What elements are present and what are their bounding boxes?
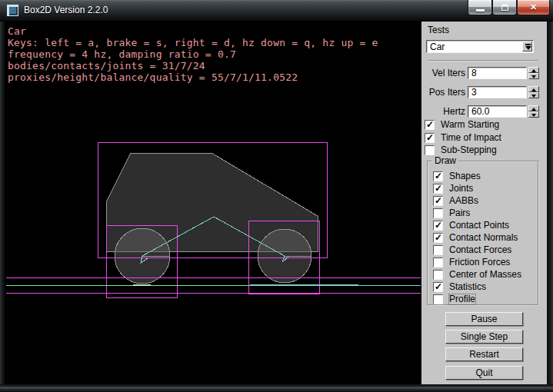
minimize-button[interactable]	[468, 0, 492, 15]
spinner-down-icon[interactable]	[528, 111, 539, 118]
stats-line: Car	[8, 25, 378, 37]
checkbox-contact-points[interactable]: ✓	[433, 221, 443, 231]
hertz-spinner[interactable]	[528, 105, 539, 118]
app-icon	[7, 5, 18, 16]
vel-iters-spinner[interactable]	[528, 67, 539, 79]
checkbox-time-of-impact-label: Time of Impact	[441, 133, 501, 143]
pos-iters-spinner[interactable]	[528, 86, 539, 98]
vel-iters-label: Vel Iters	[421, 68, 465, 78]
simulation-canvas[interactable]: CarKeys: left = a, brake = s, right = d,…	[5, 22, 421, 384]
checkbox-time-of-impact[interactable]: ✓	[425, 133, 435, 143]
checkbox-contact-forces-label: Contact Forces	[449, 245, 511, 255]
checkbox-contact-points-label: Contact Points	[449, 221, 509, 231]
checkbox-friction-forces-label: Friction Forces	[449, 257, 510, 267]
draw-group-title: Draw	[432, 156, 458, 166]
checkbox-joints-label: Joints	[449, 184, 473, 194]
checkbox-pairs[interactable]	[433, 208, 443, 218]
app-window: Box2D Version 2.2.0 ✕	[0, 0, 553, 392]
checkbox-contact-forces[interactable]	[433, 245, 443, 255]
checkbox-warm-starting[interactable]: ✓	[425, 120, 435, 130]
stats-line: bodies/contacts/joints = 31/7/24	[8, 60, 378, 71]
hertz-label: Hertz	[421, 107, 465, 117]
spinner-down-icon[interactable]	[528, 92, 539, 98]
stats-line: proxies/height/balance/quality = 55/7/1/…	[8, 71, 378, 83]
separator	[428, 60, 538, 61]
chevron-down-icon	[525, 44, 531, 45]
checkbox-statistics[interactable]: ✓	[433, 282, 443, 292]
checkbox-aabbs[interactable]: ✓	[433, 196, 443, 206]
checkbox-shapes-label: Shapes	[449, 171, 481, 181]
window-title: Box2D Version 2.2.0	[24, 5, 108, 15]
checkbox-shapes[interactable]: ✓	[433, 171, 443, 181]
pos-iters-field[interactable]: 3	[468, 86, 527, 98]
control-panel: Tests Car Vel Iters 8 Pos Iters 3 Hertz …	[421, 22, 547, 384]
stats-line: Keys: left = a, brake = s, right = d, hz…	[8, 37, 378, 48]
spinner-up-icon[interactable]	[528, 67, 539, 73]
hertz-field[interactable]: 60.0	[468, 105, 527, 118]
checkbox-profile[interactable]	[433, 294, 443, 304]
tests-dropdown-button[interactable]	[522, 42, 532, 51]
single-step-button[interactable]: Single Step	[445, 330, 523, 344]
maximize-icon	[501, 5, 508, 11]
vel-iters-field[interactable]: 8	[468, 67, 527, 79]
title-bar[interactable]: Box2D Version 2.2.0 ✕	[0, 0, 553, 22]
quit-button[interactable]: Quit	[445, 366, 523, 380]
pos-iters-label: Pos Iters	[421, 88, 465, 98]
stats-line: frequency = 4 hz, damping ratio = 0.7	[8, 48, 378, 60]
pause-button[interactable]: Pause	[445, 312, 523, 326]
checkbox-warm-starting-label: Warm Starting	[441, 120, 499, 130]
spinner-up-icon[interactable]	[528, 86, 539, 92]
checkbox-aabbs-label: AABBs	[449, 196, 478, 206]
maximize-button[interactable]	[492, 0, 517, 15]
checkbox-center-of-masses[interactable]	[433, 270, 443, 280]
minimize-icon	[476, 9, 485, 12]
checkbox-pairs-label: Pairs	[449, 208, 470, 218]
checkbox-sub-stepping-label: Sub-Stepping	[441, 145, 497, 155]
stats-text: CarKeys: left = a, brake = s, right = d,…	[8, 25, 378, 83]
checkbox-sub-stepping[interactable]	[425, 145, 435, 155]
checkbox-statistics-label: Statistics	[449, 282, 486, 292]
tests-dropdown[interactable]: Car	[426, 40, 534, 53]
window-border-right	[547, 22, 553, 384]
tests-label: Tests	[428, 25, 449, 35]
close-button[interactable]: ✕	[517, 0, 550, 15]
checkbox-joints[interactable]: ✓	[433, 184, 443, 194]
checkbox-profile-label: Profile	[449, 294, 475, 304]
checkbox-center-of-masses-label: Center of Masses	[449, 270, 521, 280]
window-border-bottom	[0, 384, 553, 392]
spinner-up-icon[interactable]	[528, 105, 539, 111]
checkbox-friction-forces[interactable]	[433, 257, 443, 267]
close-icon: ✕	[518, 2, 549, 12]
tests-dropdown-value: Car	[430, 42, 445, 52]
caption-buttons: ✕	[468, 0, 550, 17]
checkbox-contact-normals[interactable]: ✓	[433, 233, 443, 243]
checkbox-contact-normals-label: Contact Normals	[449, 233, 518, 243]
spinner-down-icon[interactable]	[528, 73, 539, 79]
restart-button[interactable]: Restart	[445, 347, 523, 361]
